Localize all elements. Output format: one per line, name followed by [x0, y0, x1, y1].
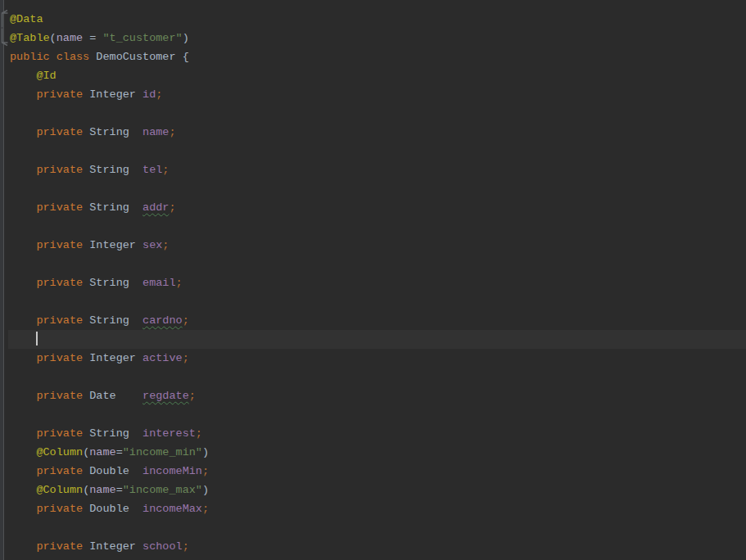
code-token: String — [83, 201, 142, 214]
code-token: @Id — [36, 70, 56, 82]
code-token — [10, 446, 36, 458]
code-token — [10, 503, 36, 515]
code-token: interest — [142, 427, 196, 440]
code-token — [10, 352, 36, 364]
code-line[interactable]: private Integer id; — [8, 85, 746, 104]
code-line[interactable] — [8, 405, 746, 424]
code-token: tel — [142, 164, 162, 176]
code-token — [10, 70, 36, 82]
code-token: private — [36, 126, 83, 138]
code-line[interactable] — [8, 518, 746, 537]
code-token: String — [83, 427, 142, 440]
code-token: Integer — [83, 239, 142, 251]
code-token: String — [83, 277, 142, 289]
code-token: Date — [83, 390, 142, 402]
code-token: ( — [50, 32, 57, 44]
fold-end-icon[interactable] — [0, 28, 9, 47]
code-token: private — [36, 201, 83, 214]
code-token: @Column — [36, 484, 83, 496]
code-token: ; — [162, 239, 169, 251]
code-area[interactable]: @Data@Table(name = "t_customer")public c… — [0, 0, 746, 560]
code-line[interactable]: private Date regdate; — [8, 386, 746, 405]
code-line[interactable] — [8, 217, 746, 236]
code-token: private — [36, 314, 83, 327]
code-token: ) — [202, 446, 209, 458]
code-line[interactable]: public class DemoCustomer { — [8, 47, 746, 66]
code-line[interactable]: private Double incomeMax; — [8, 499, 746, 518]
code-token — [10, 164, 36, 176]
code-line[interactable]: private String addr; — [8, 198, 746, 217]
code-token: incomeMin — [142, 465, 202, 477]
code-line[interactable] — [8, 368, 746, 386]
code-line[interactable]: @Data — [8, 10, 746, 29]
code-token — [10, 126, 36, 138]
code-token: school — [142, 540, 183, 553]
code-token: ) — [183, 32, 189, 44]
code-line[interactable]: private String cardno; — [8, 311, 746, 330]
code-token: private — [36, 540, 83, 553]
code-line[interactable]: private String email; — [8, 273, 746, 292]
code-token: private — [36, 503, 83, 515]
code-token: String — [83, 314, 142, 327]
code-token — [10, 239, 36, 251]
code-token: private — [36, 465, 83, 477]
code-token: DemoCustomer { — [89, 51, 189, 63]
code-token — [10, 333, 36, 345]
code-token: ; — [169, 126, 175, 138]
code-token: ; — [202, 465, 209, 477]
code-token: ; — [169, 201, 175, 214]
code-line[interactable]: private Integer active; — [8, 349, 746, 368]
code-token — [10, 540, 36, 553]
code-token: Integer — [83, 352, 142, 364]
code-token: private — [36, 352, 83, 364]
code-line[interactable]: private String interest; — [8, 424, 746, 443]
code-token: Double — [83, 465, 142, 477]
code-token: name — [89, 446, 115, 458]
code-token: active — [142, 352, 183, 364]
code-line[interactable]: @Table(name = "t_customer") — [8, 29, 746, 47]
code-line[interactable] — [8, 179, 746, 198]
code-line[interactable]: private String name; — [8, 123, 746, 142]
code-token — [10, 427, 36, 440]
code-line[interactable]: @Id — [8, 66, 746, 85]
code-token: ; — [176, 277, 183, 289]
code-token: class — [57, 51, 90, 63]
code-line[interactable]: private Integer school; — [8, 537, 746, 556]
code-token: ; — [162, 164, 169, 176]
fold-start-icon[interactable] — [0, 9, 9, 28]
code-line[interactable] — [8, 104, 746, 123]
code-token: = — [116, 446, 123, 458]
code-token — [10, 88, 36, 101]
code-token: addr — [142, 201, 169, 214]
code-line[interactable]: private Integer sex; — [8, 236, 746, 255]
code-token: private — [36, 427, 83, 440]
code-line[interactable]: @Column(name="income_min") — [8, 443, 746, 462]
code-token: Double — [83, 503, 142, 515]
code-line-current[interactable] — [8, 330, 746, 349]
code-token: private — [36, 88, 83, 101]
code-token — [10, 277, 36, 289]
editor-gutter — [0, 0, 4, 560]
code-line[interactable] — [8, 255, 746, 273]
code-token: ; — [183, 352, 189, 364]
code-line[interactable]: private String tel; — [8, 160, 746, 179]
code-token: id — [142, 88, 156, 101]
code-token: regdate — [142, 390, 189, 402]
code-token: private — [36, 239, 83, 251]
code-line[interactable] — [8, 142, 746, 160]
code-token: sex — [142, 239, 162, 251]
code-token — [10, 465, 36, 477]
code-token — [10, 390, 36, 402]
code-token: @Data — [10, 13, 43, 25]
code-token: ; — [189, 390, 196, 402]
code-token: Integer — [83, 88, 142, 101]
code-token: String — [83, 126, 142, 138]
code-line[interactable]: private Double incomeMin; — [8, 462, 746, 481]
code-line[interactable]: @Column(name="income_max") — [8, 481, 746, 499]
code-line[interactable] — [8, 292, 746, 311]
code-token: ) — [202, 484, 209, 496]
code-token: ; — [202, 503, 209, 515]
code-token: "income_min" — [123, 446, 202, 458]
code-editor[interactable]: @Data@Table(name = "t_customer")public c… — [0, 0, 746, 560]
code-token: ; — [183, 314, 189, 327]
